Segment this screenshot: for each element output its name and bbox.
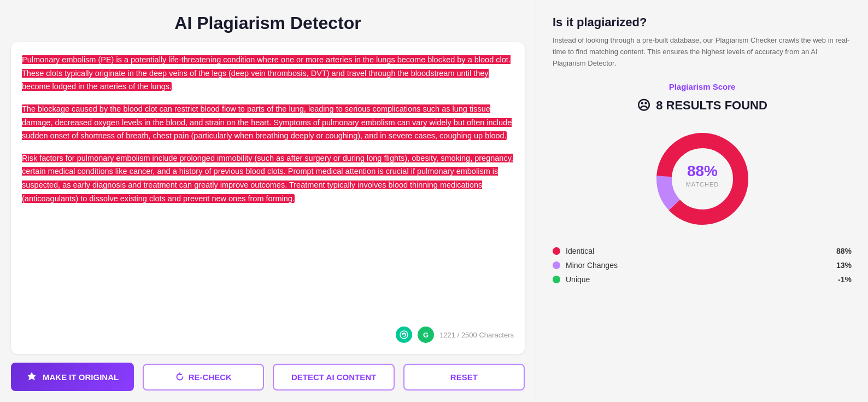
identical-dot [553,247,560,255]
highlight-span: Pulmonary embolism (PE) is a potentially… [22,55,511,91]
left-panel: AI Plagiarism Detector Pulmonary embolis… [0,0,536,402]
donut-chart-container: 88% MATCHED [553,124,852,234]
legend-item-unique: Unique -1% [553,275,852,284]
donut-matched-label: MATCHED [685,181,719,188]
results-found: ☹ 8 RESULTS FOUND [553,98,852,113]
page-title: AI Plagiarism Detector [11,0,525,42]
highlighted-text[interactable]: Pulmonary embolism (PE) is a potentially… [22,53,514,320]
highlight-span: Risk factors for pulmonary embolism incl… [22,154,513,203]
text-footer: G 1221 / 2500 Characters [22,327,514,343]
score-label: Plagiarism Score [553,82,852,91]
diamond-icon [26,371,37,382]
reset-button[interactable]: RESET [403,364,525,391]
plagiarism-description: Instead of looking through a pre-built d… [553,35,852,69]
grammarly-icon[interactable]: G [418,327,434,343]
legend: Identical 88% Minor Changes 13% Unique -… [553,247,852,284]
quillbot-icon[interactable] [396,327,412,343]
bottom-buttons: MAKE IT ORIGINAL RE-CHECK DETECT AI CONT… [11,363,525,391]
unique-pct: -1% [832,275,852,284]
paragraph-1: Pulmonary embolism (PE) is a potentially… [22,53,514,94]
detect-ai-button[interactable]: DETECT AI CONTENT [273,364,394,391]
unique-dot [553,276,560,283]
identical-label: Identical [566,247,826,255]
donut-percentage: 88% [687,162,717,179]
text-area-container: Pulmonary embolism (PE) is a potentially… [11,42,525,354]
legend-item-identical: Identical 88% [553,247,852,255]
recheck-icon [175,372,184,381]
make-original-button[interactable]: MAKE IT ORIGINAL [11,363,134,391]
svg-point-0 [400,331,408,339]
minor-pct: 13% [832,261,852,270]
recheck-button[interactable]: RE-CHECK [143,364,264,391]
unique-label: Unique [566,275,826,284]
sad-face-icon: ☹ [637,98,650,113]
is-plagiarized-title: Is it plagiarized? [553,15,852,30]
minor-label: Minor Changes [566,261,826,270]
minor-dot [553,261,560,269]
highlight-span: The blockage caused by the blood clot ca… [22,104,512,140]
identical-pct: 88% [832,247,852,255]
char-count: 1221 / 2500 Characters [439,331,514,339]
legend-item-minor: Minor Changes 13% [553,261,852,270]
paragraph-2: The blockage caused by the blood clot ca… [22,102,514,143]
donut-chart: 88% MATCHED [648,124,757,234]
paragraph-3: Risk factors for pulmonary embolism incl… [22,152,514,206]
right-panel: Is it plagiarized? Instead of looking th… [536,0,868,402]
